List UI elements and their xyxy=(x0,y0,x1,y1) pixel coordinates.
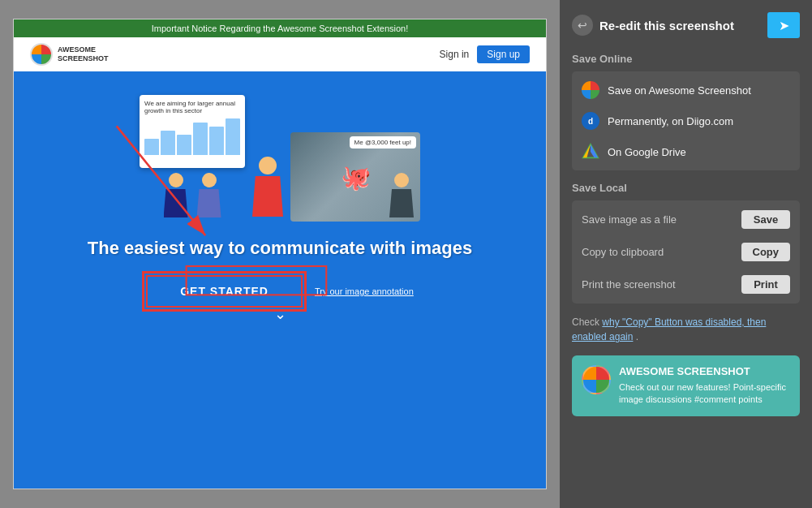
logo-circle-icon xyxy=(30,43,53,66)
bar xyxy=(144,139,159,155)
save-awesome-screenshot-option[interactable]: Save on Awesome Screenshot xyxy=(572,75,800,105)
hero-section: We are aiming for larger annual growth i… xyxy=(14,71,546,331)
bar xyxy=(209,127,224,155)
speech-card: We are aiming for larger annual growth i… xyxy=(140,95,245,168)
logo-text: AWESOME SCREENSHOT xyxy=(58,45,109,63)
drive-label: On Google Drive xyxy=(608,146,686,158)
re-edit-title: Re-edit this screenshot xyxy=(599,19,734,32)
bar xyxy=(193,123,208,155)
illustration-area: We are aiming for larger annual growth i… xyxy=(140,95,420,222)
mini-chart xyxy=(144,114,240,155)
save-local-label: Save Local xyxy=(572,182,800,194)
print-label: Print the screenshot xyxy=(582,278,676,291)
share-button[interactable]: ➤ xyxy=(767,12,800,38)
notice-bar: Important Notice Regarding the Awesome S… xyxy=(14,19,546,37)
save-file-button[interactable]: Save xyxy=(741,210,790,229)
save-local-section: Save Local Save image as a file Save Cop… xyxy=(572,182,800,304)
figure-2 xyxy=(195,173,224,222)
figure-head-icon xyxy=(259,157,277,174)
save-online-label: Save Online xyxy=(572,53,800,65)
awesome-screenshot-icon xyxy=(582,81,599,99)
signup-button[interactable]: Sign up xyxy=(477,45,530,63)
webpage-inner: Important Notice Regarding the Awesome S… xyxy=(14,19,546,489)
diigo-label: Permanently, on Diigo.com xyxy=(608,115,733,127)
promo-logo-icon xyxy=(582,365,611,394)
screenshot-container: Important Notice Regarding the Awesome S… xyxy=(13,19,547,489)
figure-head-icon xyxy=(202,173,217,187)
figure-1 xyxy=(161,173,191,222)
save-file-label: Save image as a file xyxy=(582,213,677,226)
share-icon: ➤ xyxy=(779,18,789,33)
speech-bubble: Me @3,000 feet up! xyxy=(350,136,416,149)
figure-body-icon xyxy=(389,189,414,217)
figures-group xyxy=(161,173,224,222)
octopus-icon: 🐙 xyxy=(341,163,371,192)
drive-icon xyxy=(582,143,599,161)
figure-body-icon xyxy=(252,176,283,217)
figure-body-icon xyxy=(164,189,188,217)
save-diigo-option[interactable]: d Permanently, on Diigo.com xyxy=(572,105,800,136)
hero-button-wrapper: GET STARTED Try our image annotation xyxy=(146,275,414,308)
print-option: Print the screenshot Print xyxy=(582,269,790,300)
figure-4 xyxy=(387,173,416,222)
save-file-option: Save image as a file Save xyxy=(582,204,790,236)
promo-card: AWESOME SCREENSHOT Check out our new fea… xyxy=(572,355,800,416)
figure-3 xyxy=(253,157,282,222)
nav-right: Sign in Sign up xyxy=(440,45,530,63)
copy-clipboard-button[interactable]: Copy xyxy=(741,243,791,261)
re-edit-icon: ↩ xyxy=(572,15,593,36)
copy-clipboard-label: Copy to clipboard xyxy=(582,246,664,258)
notice-text: Important Notice Regarding the Awesome S… xyxy=(152,24,409,33)
save-local-options: Save image as a file Save Copy to clipbo… xyxy=(572,200,800,304)
middle-illustration xyxy=(253,157,282,222)
save-online-options: Save on Awesome Screenshot d Permanently… xyxy=(572,71,800,170)
copy-clipboard-option: Copy to clipboard Copy xyxy=(582,236,790,269)
bar xyxy=(226,118,240,155)
promo-desc: Check out our new features! Point-specif… xyxy=(619,381,790,407)
diigo-icon: d xyxy=(582,112,599,130)
try-annotation-link[interactable]: Try our image annotation xyxy=(315,286,414,296)
hero-title: The easiest way to communicate with imag… xyxy=(88,238,472,259)
promo-title: AWESOME SCREENSHOT xyxy=(619,365,790,377)
info-text: Check why "Copy" Button was disabled, th… xyxy=(572,315,800,344)
get-started-button[interactable]: GET STARTED xyxy=(146,275,303,308)
awesome-screenshot-label: Save on Awesome Screenshot xyxy=(608,84,751,97)
webpage-nav: AWESOME SCREENSHOT Sign in Sign up xyxy=(14,37,546,71)
figure-body-icon xyxy=(197,189,221,217)
right-panel: ↩ Re-edit this screenshot ➤ Save Online … xyxy=(560,0,812,508)
bar xyxy=(161,131,175,155)
figure-head-icon xyxy=(394,173,409,187)
re-edit-header: ↩ Re-edit this screenshot ➤ xyxy=(572,12,800,38)
figure-right xyxy=(387,173,416,222)
left-illustration: We are aiming for larger annual growth i… xyxy=(140,95,245,222)
left-panel: Important Notice Regarding the Awesome S… xyxy=(0,0,560,508)
figure-head-icon xyxy=(169,173,183,187)
save-drive-option[interactable]: On Google Drive xyxy=(572,136,800,167)
chevron-down-icon: ⌄ xyxy=(274,305,286,323)
promo-text: AWESOME SCREENSHOT Check out our new fea… xyxy=(619,365,790,407)
webpage-logo: AWESOME SCREENSHOT xyxy=(30,43,109,66)
bar xyxy=(177,135,191,155)
signin-link[interactable]: Sign in xyxy=(440,49,470,60)
print-button[interactable]: Print xyxy=(741,275,790,294)
photo-card: 🐙 Me @3,000 feet up! xyxy=(290,132,420,222)
